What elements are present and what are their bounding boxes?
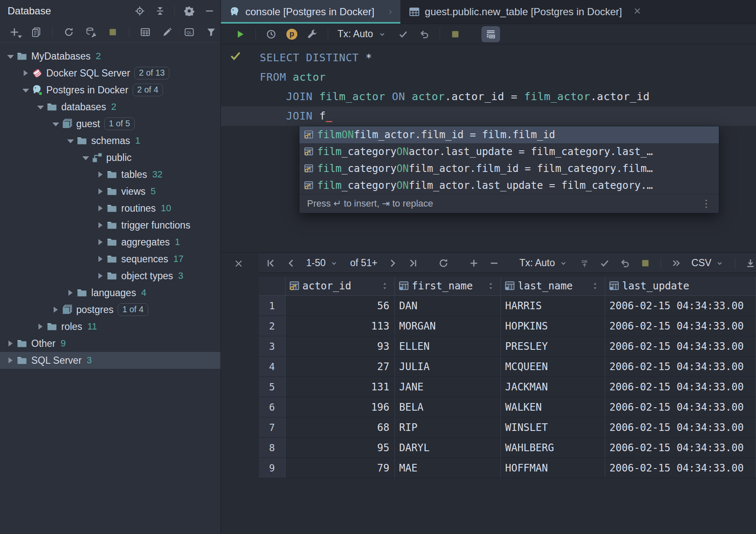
- cell-actor_id[interactable]: 95: [286, 438, 395, 458]
- completion-item[interactable]: film ON film_actor.film_id = film.film_i…: [299, 126, 719, 143]
- more-options-icon[interactable]: ⋮: [701, 198, 711, 210]
- tree-item-trigger-functions[interactable]: trigger functions: [0, 217, 220, 234]
- chevron-collapsed-icon[interactable]: [97, 171, 104, 178]
- chevron-collapsed-icon[interactable]: [37, 323, 44, 330]
- edit-pencil-icon[interactable]: [161, 26, 173, 38]
- completion-item[interactable]: film_category ON film_actor.film_id = fi…: [299, 160, 719, 177]
- results-tx-dropdown[interactable]: Tx: Auto: [519, 257, 569, 269]
- cell-actor_id[interactable]: 68: [286, 417, 395, 438]
- prev-page-icon[interactable]: [286, 257, 296, 269]
- add-data-source-icon[interactable]: [8, 26, 20, 38]
- cell-last_name[interactable]: WAHLBERG: [501, 438, 605, 458]
- chevron-expanded-icon[interactable]: [37, 104, 44, 110]
- tab-new-table[interactable]: guest.public.new_table [Postgres in Dock…: [400, 0, 650, 24]
- code-line[interactable]: FROM actor: [221, 68, 756, 87]
- sort-arrows-icon[interactable]: [382, 281, 388, 291]
- chevron-collapsed-icon[interactable]: [97, 222, 104, 229]
- settings-gear-icon[interactable]: [183, 5, 195, 17]
- cell-last_update[interactable]: 2006-02-15 04:34:33.00: [605, 458, 756, 478]
- column-header-last_update[interactable]: last_update: [605, 277, 756, 295]
- history-clock-icon[interactable]: [265, 28, 277, 40]
- page-range-dropdown[interactable]: 1-50: [306, 257, 340, 269]
- sql-editor[interactable]: SELECT DISTINCT *FROM actor JOIN film_ac…: [221, 44, 756, 252]
- cell-last_name[interactable]: HARRIS: [501, 296, 605, 316]
- cell-last_name[interactable]: JACKMAN: [501, 377, 605, 397]
- tree-item-roles[interactable]: roles11: [0, 318, 220, 335]
- filter-icon[interactable]: [205, 26, 217, 38]
- cell-first_name[interactable]: MORGAN: [395, 316, 501, 336]
- jump-to-console-icon[interactable]: QL: [183, 26, 195, 38]
- sort-arrows-icon[interactable]: [592, 281, 598, 291]
- chevron-collapsed-icon[interactable]: [97, 205, 104, 212]
- first-page-icon[interactable]: [266, 257, 276, 269]
- data-source-properties-icon[interactable]: [85, 26, 97, 38]
- cell-actor_id[interactable]: 93: [286, 336, 395, 357]
- tree-item-object-types[interactable]: object types3: [0, 267, 220, 284]
- chevron-collapsed-icon[interactable]: [67, 289, 74, 296]
- cell-actor_id[interactable]: 56: [286, 296, 395, 316]
- commit-check-icon[interactable]: [600, 257, 610, 269]
- tree-item-sql-server[interactable]: SQL Server3: [0, 352, 220, 369]
- hide-panel-icon[interactable]: [204, 5, 215, 17]
- code-line[interactable]: JOIN film_actor ON actor.actor_id = film…: [221, 87, 756, 106]
- cell-last_update[interactable]: 2006-02-15 04:34:33.00: [605, 397, 756, 417]
- cell-last_name[interactable]: WALKEN: [501, 397, 605, 417]
- tree-item-tables[interactable]: tables32: [0, 166, 220, 183]
- double-chevron-icon[interactable]: [670, 257, 682, 269]
- cell-last_update[interactable]: 2006-02-15 04:34:33.00: [605, 336, 756, 357]
- tree-item-views[interactable]: views5: [0, 183, 220, 200]
- sort-arrows-icon[interactable]: [488, 281, 494, 291]
- delete-row-icon[interactable]: [489, 257, 499, 269]
- tree-item-public[interactable]: public: [0, 149, 220, 166]
- cell-last_update[interactable]: 2006-02-15 04:34:33.00: [605, 438, 756, 458]
- run-icon[interactable]: [234, 28, 246, 40]
- cell-actor_id[interactable]: 196: [286, 397, 395, 417]
- cell-last_name[interactable]: MCQUEEN: [501, 357, 605, 377]
- column-header-last_name[interactable]: last_name: [501, 277, 605, 295]
- chevron-collapsed-icon[interactable]: [97, 239, 104, 245]
- code-line[interactable]: SELECT DISTINCT *: [221, 48, 756, 68]
- cell-last_update[interactable]: 2006-02-15 04:34:33.00: [605, 377, 756, 397]
- chevron-collapsed-icon[interactable]: [97, 272, 104, 279]
- wrench-icon[interactable]: [307, 28, 318, 40]
- cell-last_name[interactable]: PRESLEY: [501, 336, 605, 357]
- cell-last_name[interactable]: WINSLET: [501, 417, 605, 438]
- chevron-collapsed-icon[interactable]: [7, 357, 14, 364]
- cell-last_name[interactable]: HOPKINS: [501, 316, 605, 336]
- cell-actor_id[interactable]: 27: [286, 357, 395, 377]
- add-row-icon[interactable]: [469, 257, 479, 269]
- commit-check-icon[interactable]: [397, 28, 409, 40]
- export-format-dropdown[interactable]: CSV: [691, 257, 726, 269]
- column-header-actor_id[interactable]: actor_id: [286, 277, 395, 295]
- cell-last_update[interactable]: 2006-02-15 04:34:33.00: [605, 296, 756, 316]
- tree-item-routines[interactable]: routines10: [0, 200, 220, 217]
- next-page-icon[interactable]: [388, 257, 398, 269]
- tree-item-aggregates[interactable]: aggregates1: [0, 234, 220, 251]
- completion-item[interactable]: film_category ON film_actor.last_update …: [299, 177, 719, 194]
- chevron-collapsed-icon[interactable]: [97, 188, 104, 195]
- tree-item-docker-sql-server[interactable]: Docker SQL Server2 of 13: [0, 65, 220, 82]
- cell-first_name[interactable]: MAE: [395, 458, 501, 478]
- tree-item-sequences[interactable]: sequences17: [0, 251, 220, 267]
- chevron-collapsed-icon[interactable]: [52, 306, 59, 313]
- cell-actor_id[interactable]: 131: [286, 377, 395, 397]
- tree-item-guest[interactable]: guest1 of 5: [0, 115, 220, 132]
- rollback-icon[interactable]: [419, 28, 430, 40]
- completion-item[interactable]: film_category ON actor.last_update = fil…: [299, 143, 719, 160]
- tree-item-databases[interactable]: databases2: [0, 98, 220, 115]
- cell-first_name[interactable]: DARYL: [395, 438, 501, 458]
- tab-console[interactable]: console [Postgres in Docker] ›: [221, 0, 400, 24]
- tree-item-postgres-in-docker[interactable]: Postgres in Docker2 of 4: [0, 82, 220, 98]
- cell-first_name[interactable]: DAN: [395, 296, 501, 316]
- tree-item-schemas[interactable]: schemas1: [0, 132, 220, 149]
- chevron-collapsed-icon[interactable]: [7, 340, 14, 347]
- refresh-icon[interactable]: [63, 26, 75, 38]
- cell-last_update[interactable]: 2006-02-15 04:34:33.00: [605, 417, 756, 438]
- postgres-dialect-icon[interactable]: p: [286, 29, 297, 40]
- cell-last_update[interactable]: 2006-02-15 04:34:33.00: [605, 316, 756, 336]
- cell-actor_id[interactable]: 79: [286, 458, 395, 478]
- cell-last_update[interactable]: 2006-02-15 04:34:33.00: [605, 357, 756, 377]
- chevron-expanded-icon[interactable]: [22, 87, 29, 93]
- collapse-all-icon[interactable]: [154, 5, 166, 17]
- close-results-icon[interactable]: [233, 258, 245, 270]
